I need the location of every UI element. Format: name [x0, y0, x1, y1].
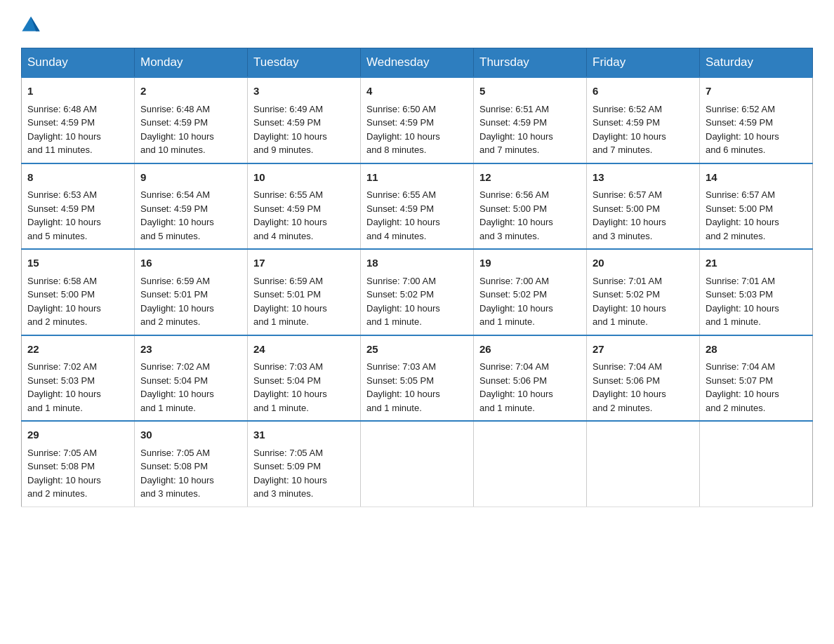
day-number: 20	[593, 255, 694, 271]
calendar-cell: 29 Sunrise: 7:05 AMSunset: 5:08 PMDaylig…	[22, 421, 135, 507]
day-number: 18	[366, 255, 468, 271]
calendar-cell: 11 Sunrise: 6:55 AMSunset: 4:59 PMDaylig…	[361, 163, 474, 250]
calendar-cell: 14 Sunrise: 6:57 AMSunset: 5:00 PMDaylig…	[700, 163, 813, 250]
column-header-friday: Friday	[587, 48, 700, 78]
day-info: Sunrise: 7:02 AMSunset: 5:03 PMDaylight:…	[27, 361, 101, 413]
day-number: 1	[27, 83, 128, 100]
calendar-cell	[361, 421, 474, 507]
calendar-cell: 15 Sunrise: 6:58 AMSunset: 5:00 PMDaylig…	[22, 249, 135, 335]
calendar-week-2: 8 Sunrise: 6:53 AMSunset: 4:59 PMDayligh…	[22, 163, 813, 250]
day-info: Sunrise: 6:59 AMSunset: 5:01 PMDaylight:…	[253, 276, 327, 328]
day-info: Sunrise: 7:01 AMSunset: 5:02 PMDaylight:…	[593, 276, 666, 328]
day-number: 30	[140, 427, 241, 443]
calendar-cell: 12 Sunrise: 6:56 AMSunset: 5:00 PMDaylig…	[474, 163, 587, 250]
day-info: Sunrise: 7:04 AMSunset: 5:06 PMDaylight:…	[593, 361, 666, 413]
day-number: 11	[366, 170, 468, 186]
column-header-sunday: Sunday	[22, 48, 135, 78]
day-number: 4	[366, 83, 468, 100]
day-number: 25	[366, 342, 468, 358]
day-info: Sunrise: 6:57 AMSunset: 5:00 PMDaylight:…	[706, 189, 779, 241]
day-info: Sunrise: 7:05 AMSunset: 5:09 PMDaylight:…	[253, 448, 327, 499]
day-number: 22	[27, 342, 128, 358]
day-number: 10	[253, 170, 355, 186]
calendar-cell: 9 Sunrise: 6:54 AMSunset: 4:59 PMDayligh…	[135, 163, 248, 250]
calendar-cell: 28 Sunrise: 7:04 AMSunset: 5:07 PMDaylig…	[700, 335, 813, 422]
calendar-cell	[474, 421, 587, 507]
day-info: Sunrise: 6:56 AMSunset: 5:00 PMDaylight:…	[479, 189, 553, 241]
day-number: 14	[706, 170, 807, 186]
logo	[21, 14, 46, 34]
calendar-cell	[587, 421, 700, 507]
calendar-cell: 3 Sunrise: 6:49 AMSunset: 4:59 PMDayligh…	[248, 77, 361, 163]
day-number: 31	[253, 427, 355, 443]
day-info: Sunrise: 6:57 AMSunset: 5:00 PMDaylight:…	[593, 189, 666, 241]
calendar-cell: 24 Sunrise: 7:03 AMSunset: 5:04 PMDaylig…	[248, 335, 361, 422]
day-number: 27	[593, 342, 694, 358]
calendar-cell: 31 Sunrise: 7:05 AMSunset: 5:09 PMDaylig…	[248, 421, 361, 507]
day-info: Sunrise: 6:48 AMSunset: 4:59 PMDaylight:…	[27, 104, 101, 156]
calendar-header-row: SundayMondayTuesdayWednesdayThursdayFrid…	[22, 48, 813, 78]
day-info: Sunrise: 7:01 AMSunset: 5:03 PMDaylight:…	[706, 276, 779, 328]
calendar-cell: 7 Sunrise: 6:52 AMSunset: 4:59 PMDayligh…	[700, 77, 813, 163]
day-number: 5	[479, 83, 581, 100]
day-number: 16	[140, 255, 241, 271]
calendar-cell: 5 Sunrise: 6:51 AMSunset: 4:59 PMDayligh…	[474, 77, 587, 163]
day-info: Sunrise: 7:02 AMSunset: 5:04 PMDaylight:…	[140, 361, 214, 413]
logo-icon	[21, 14, 41, 34]
day-number: 3	[253, 83, 355, 100]
column-header-monday: Monday	[135, 48, 248, 78]
day-info: Sunrise: 6:53 AMSunset: 4:59 PMDaylight:…	[27, 189, 101, 241]
day-info: Sunrise: 6:49 AMSunset: 4:59 PMDaylight:…	[253, 104, 327, 156]
calendar-week-4: 22 Sunrise: 7:02 AMSunset: 5:03 PMDaylig…	[22, 335, 813, 422]
day-info: Sunrise: 7:04 AMSunset: 5:07 PMDaylight:…	[706, 361, 779, 413]
day-info: Sunrise: 7:05 AMSunset: 5:08 PMDaylight:…	[27, 448, 101, 499]
day-info: Sunrise: 6:52 AMSunset: 4:59 PMDaylight:…	[706, 104, 779, 156]
page-header	[21, 14, 813, 34]
day-info: Sunrise: 6:51 AMSunset: 4:59 PMDaylight:…	[479, 104, 553, 156]
day-info: Sunrise: 6:52 AMSunset: 4:59 PMDaylight:…	[593, 104, 666, 156]
day-info: Sunrise: 7:03 AMSunset: 5:04 PMDaylight:…	[253, 361, 327, 413]
calendar-cell: 25 Sunrise: 7:03 AMSunset: 5:05 PMDaylig…	[361, 335, 474, 422]
day-info: Sunrise: 6:55 AMSunset: 4:59 PMDaylight:…	[253, 189, 327, 241]
day-info: Sunrise: 6:55 AMSunset: 4:59 PMDaylight:…	[366, 189, 440, 241]
day-info: Sunrise: 7:00 AMSunset: 5:02 PMDaylight:…	[479, 276, 553, 328]
column-header-wednesday: Wednesday	[361, 48, 474, 78]
calendar-cell: 2 Sunrise: 6:48 AMSunset: 4:59 PMDayligh…	[135, 77, 248, 163]
calendar-cell: 26 Sunrise: 7:04 AMSunset: 5:06 PMDaylig…	[474, 335, 587, 422]
day-number: 15	[27, 255, 128, 271]
calendar-cell: 1 Sunrise: 6:48 AMSunset: 4:59 PMDayligh…	[22, 77, 135, 163]
day-number: 26	[479, 342, 581, 358]
day-number: 23	[140, 342, 241, 358]
column-header-tuesday: Tuesday	[248, 48, 361, 78]
day-number: 9	[140, 170, 241, 186]
day-number: 24	[253, 342, 355, 358]
calendar-cell: 4 Sunrise: 6:50 AMSunset: 4:59 PMDayligh…	[361, 77, 474, 163]
calendar-week-1: 1 Sunrise: 6:48 AMSunset: 4:59 PMDayligh…	[22, 77, 813, 163]
calendar-cell: 20 Sunrise: 7:01 AMSunset: 5:02 PMDaylig…	[587, 249, 700, 335]
day-info: Sunrise: 6:48 AMSunset: 4:59 PMDaylight:…	[140, 104, 214, 156]
day-number: 6	[593, 83, 694, 100]
calendar-cell: 8 Sunrise: 6:53 AMSunset: 4:59 PMDayligh…	[22, 163, 135, 250]
day-info: Sunrise: 6:54 AMSunset: 4:59 PMDaylight:…	[140, 189, 214, 241]
day-info: Sunrise: 6:58 AMSunset: 5:00 PMDaylight:…	[27, 276, 101, 328]
calendar-cell: 19 Sunrise: 7:00 AMSunset: 5:02 PMDaylig…	[474, 249, 587, 335]
calendar-cell: 18 Sunrise: 7:00 AMSunset: 5:02 PMDaylig…	[361, 249, 474, 335]
column-header-saturday: Saturday	[700, 48, 813, 78]
day-number: 2	[140, 83, 241, 100]
calendar-cell: 30 Sunrise: 7:05 AMSunset: 5:08 PMDaylig…	[135, 421, 248, 507]
calendar-cell: 13 Sunrise: 6:57 AMSunset: 5:00 PMDaylig…	[587, 163, 700, 250]
day-number: 29	[27, 427, 128, 443]
calendar-cell: 27 Sunrise: 7:04 AMSunset: 5:06 PMDaylig…	[587, 335, 700, 422]
day-number: 7	[706, 83, 807, 100]
calendar-week-3: 15 Sunrise: 6:58 AMSunset: 5:00 PMDaylig…	[22, 249, 813, 335]
day-number: 13	[593, 170, 694, 186]
calendar-cell: 17 Sunrise: 6:59 AMSunset: 5:01 PMDaylig…	[248, 249, 361, 335]
day-number: 19	[479, 255, 581, 271]
day-number: 12	[479, 170, 581, 186]
calendar-cell	[700, 421, 813, 507]
day-number: 17	[253, 255, 355, 271]
day-number: 28	[706, 342, 807, 358]
calendar-cell: 16 Sunrise: 6:59 AMSunset: 5:01 PMDaylig…	[135, 249, 248, 335]
day-info: Sunrise: 7:00 AMSunset: 5:02 PMDaylight:…	[366, 276, 440, 328]
calendar-cell: 10 Sunrise: 6:55 AMSunset: 4:59 PMDaylig…	[248, 163, 361, 250]
